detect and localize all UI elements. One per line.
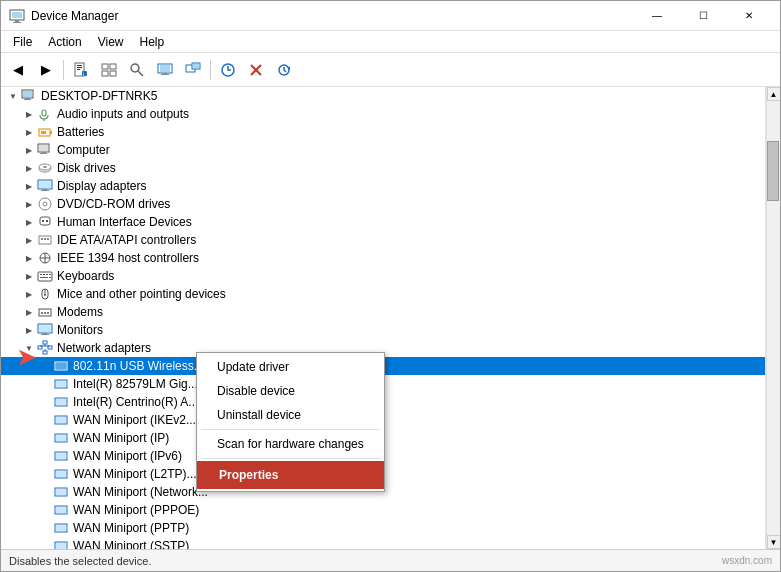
modems-label: Modems [57,305,103,319]
tree-item-keyboards[interactable]: ▶ Keyboards [1,267,765,285]
svg-rect-105 [56,525,66,531]
dvd-expander[interactable]: ▶ [21,196,37,212]
wan-network-icon [53,484,69,500]
svg-rect-1 [12,12,22,18]
mice-icon [37,286,53,302]
disk-expander[interactable]: ▶ [21,160,37,176]
wan-ikev2-icon [53,412,69,428]
svg-rect-29 [23,91,32,97]
back-button[interactable]: ◀ [5,57,31,83]
svg-rect-3 [13,22,21,23]
svg-rect-22 [193,64,199,68]
disk-label: Disk drives [57,161,116,175]
properties-toolbar-button[interactable]: i [68,57,94,83]
svg-rect-55 [44,238,46,240]
wan-pptp-expander [37,520,53,536]
ieee-expander[interactable]: ▶ [21,250,37,266]
ctx-scan-hardware[interactable]: Scan for hardware changes [197,432,384,456]
ctx-uninstall-device[interactable]: Uninstall device [197,403,384,427]
display-expander[interactable]: ▶ [21,178,37,194]
svg-rect-32 [42,110,46,116]
batteries-expander[interactable]: ▶ [21,124,37,140]
svg-rect-93 [56,417,66,423]
tree-item-monitors[interactable]: ▶ Monitors [1,321,765,339]
wan-ip-icon [53,430,69,446]
tree-item-dvd[interactable]: ▶ DVD/CD-ROM drives [1,195,765,213]
svg-rect-39 [42,152,45,153]
device-manager-window: Device Manager — ☐ ✕ File Action View He… [0,0,781,572]
maximize-button[interactable]: ☐ [680,1,726,31]
monitor2-button[interactable] [180,57,206,83]
toolbar-separator-2 [210,60,211,80]
tree-item-computer[interactable]: ▶ Computer [1,141,765,159]
tree-item-ieee[interactable]: ▶ IEEE 1394 host controllers [1,249,765,267]
root-expander[interactable]: ▼ [5,88,21,104]
svg-rect-35 [50,131,52,134]
close-button[interactable]: ✕ [726,1,772,31]
forward-button[interactable]: ▶ [33,57,59,83]
tree-item-mice[interactable]: ▶ Mice and other pointing devices [1,285,765,303]
disk-icon [37,160,53,176]
menu-file[interactable]: File [5,33,40,51]
wan-network-expander [37,484,53,500]
tree-item-audio[interactable]: ▶ Audio inputs and outputs [1,105,765,123]
tree-root[interactable]: ▼ DESKTOP-DFTNRK5 [1,87,765,105]
wan-sstp-label: WAN Miniport (SSTP) [73,539,189,549]
wan-ipv6-label: WAN Miniport (IPv6) [73,449,182,463]
ctx-properties[interactable]: Properties [197,461,384,489]
svg-rect-54 [41,238,43,240]
monitor-button[interactable] [152,57,178,83]
ctx-update-driver[interactable]: Update driver [197,355,384,379]
vertical-scrollbar[interactable]: ▲ ▼ [766,87,780,549]
modems-icon [37,304,53,320]
scroll-down[interactable]: ▼ [767,535,781,549]
svg-text:i: i [83,71,84,77]
toolbar-separator-1 [63,60,64,80]
hid-expander[interactable]: ▶ [21,214,37,230]
ctx-disable-device[interactable]: Disable device [197,379,384,403]
status-text: Disables the selected device. [9,555,151,567]
modems-expander[interactable]: ▶ [21,304,37,320]
tree-item-display[interactable]: ▶ Display adapters [1,177,765,195]
ide-expander[interactable]: ▶ [21,232,37,248]
svg-rect-60 [38,272,52,281]
tree-item-wan-pptp[interactable]: WAN Miniport (PPTP) [1,519,765,537]
svg-rect-6 [77,67,82,68]
context-menu: Update driver Disable device Uninstall d… [196,352,385,492]
tree-item-hid[interactable]: ▶ Human Interface Devices [1,213,765,231]
update-button[interactable] [271,57,297,83]
search-button[interactable] [124,57,150,83]
svg-rect-95 [56,435,66,441]
tree-item-wan-sstp[interactable]: WAN Miniport (SSTP) [1,537,765,549]
tree-item-wan-pppoe[interactable]: WAN Miniport (PPPOE) [1,501,765,519]
keyboards-expander[interactable]: ▶ [21,268,37,284]
tree-item-modems[interactable]: ▶ Modems [1,303,765,321]
audio-expander[interactable]: ▶ [21,106,37,122]
svg-rect-64 [49,274,51,275]
mice-expander[interactable]: ▶ [21,286,37,302]
tree-item-disk[interactable]: ▶ Disk drives [1,159,765,177]
menu-action[interactable]: Action [40,33,89,51]
wan-ipv6-expander [37,448,53,464]
svg-rect-107 [56,543,66,549]
svg-rect-19 [161,74,169,75]
svg-rect-30 [26,98,29,99]
menu-help[interactable]: Help [132,33,173,51]
svg-point-48 [39,198,51,210]
scroll-up[interactable]: ▲ [767,87,781,101]
scroll-thumb[interactable] [767,141,779,201]
wan-pptp-label: WAN Miniport (PPTP) [73,521,189,535]
tree-item-ide[interactable]: ▶ IDE ATA/ATAPI controllers [1,231,765,249]
menu-view[interactable]: View [90,33,132,51]
tree-item-batteries[interactable]: ▶ Batteries [1,123,765,141]
scan-button[interactable] [215,57,241,83]
window-controls: — ☐ ✕ [634,1,772,31]
computer-expander[interactable]: ▶ [21,142,37,158]
view-button[interactable] [96,57,122,83]
tree-pane[interactable]: ▼ DESKTOP-DFTNRK5 ▶ [1,87,766,549]
scroll-track[interactable] [767,101,780,535]
remove-button[interactable] [243,57,269,83]
monitors-expander[interactable]: ▶ [21,322,37,338]
wan-pppoe-expander [37,502,53,518]
minimize-button[interactable]: — [634,1,680,31]
